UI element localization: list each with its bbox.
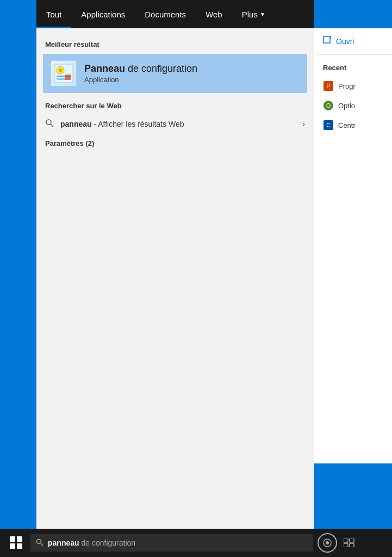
web-search-header: Rechercher sur le Web — [36, 97, 314, 113]
tab-documents[interactable]: Documents — [135, 0, 196, 28]
svg-rect-18 — [17, 543, 22, 549]
svg-point-6 — [46, 120, 51, 125]
recent-header: Recent — [314, 54, 392, 76]
tab-plus[interactable]: Plus ▼ — [232, 0, 275, 28]
control-panel-icon — [51, 60, 77, 86]
taskbar-search-text: panneau de configuration — [48, 539, 135, 547]
svg-point-22 — [326, 541, 329, 544]
web-search-query: panneau - Afficher les résultats Web — [60, 120, 302, 128]
svg-rect-15 — [10, 536, 15, 542]
svg-rect-23 — [344, 539, 348, 542]
search-icon — [45, 119, 54, 129]
chevron-right-icon: › — [302, 119, 305, 129]
task-view-button[interactable] — [339, 533, 359, 553]
recent-icon-1: P — [323, 81, 334, 91]
open-button[interactable]: Ouvri — [314, 28, 392, 54]
tab-web[interactable]: Web — [196, 0, 232, 28]
best-result-item[interactable]: Panneau de configuration Application — [43, 54, 307, 93]
svg-rect-26 — [350, 543, 354, 547]
svg-point-2 — [59, 69, 62, 72]
chevron-down-icon: ▼ — [260, 11, 265, 17]
best-result-text: Panneau de configuration Application — [84, 63, 197, 84]
tab-applications[interactable]: Applications — [71, 0, 135, 28]
svg-rect-24 — [350, 539, 354, 542]
open-label: Ouvri — [336, 37, 354, 46]
tab-plus-label: Plus — [242, 10, 258, 19]
open-icon — [323, 36, 332, 47]
svg-rect-4 — [57, 78, 66, 80]
svg-line-7 — [51, 124, 53, 127]
tab-tout[interactable]: Tout — [36, 0, 71, 28]
start-button[interactable] — [7, 533, 26, 553]
best-result-title-rest: de configuration — [125, 63, 197, 74]
control-panel-svg — [54, 64, 73, 83]
svg-rect-16 — [17, 536, 22, 542]
tab-tout-label: Tout — [46, 10, 61, 19]
best-result-title-bold: Panneau — [84, 63, 125, 74]
tab-applications-label: Applications — [81, 10, 125, 19]
web-search-query-rest: - Afficher les résultats Web — [92, 120, 184, 128]
svg-text:P: P — [326, 83, 330, 89]
task-view-icon — [344, 539, 354, 547]
recent-label-2: Optio — [338, 102, 355, 110]
web-search-query-bold: panneau — [60, 120, 92, 128]
best-result-title: Panneau de configuration — [84, 63, 197, 75]
best-result-header: Meilleur résultat — [36, 36, 314, 52]
cortana-button[interactable] — [318, 533, 337, 553]
svg-text:C: C — [326, 122, 330, 128]
best-result-subtitle: Application — [84, 76, 197, 84]
svg-rect-17 — [10, 543, 15, 549]
recent-item-3[interactable]: C Centr — [314, 115, 392, 135]
taskbar-search-box[interactable]: panneau de configuration — [30, 534, 313, 552]
svg-rect-5 — [65, 75, 71, 80]
recent-icon-3: C — [323, 120, 334, 131]
tab-bar: Tout Applications Documents Web Plus ▼ — [36, 0, 314, 28]
recent-icon-2: O — [323, 100, 334, 111]
search-panel: Tout Applications Documents Web Plus ▼ M… — [36, 0, 314, 557]
svg-rect-25 — [344, 543, 348, 547]
web-search-item[interactable]: panneau - Afficher les résultats Web › — [36, 113, 314, 135]
recent-item-2[interactable]: O Optio — [314, 96, 392, 115]
svg-rect-8 — [323, 36, 330, 43]
taskbar: panneau de configuration — [0, 529, 392, 557]
parameters-header: Paramètres (2) — [36, 135, 314, 151]
tab-web-label: Web — [206, 10, 222, 19]
right-panel: Ouvri Recent P Progr O Optio C Centr — [314, 28, 392, 463]
svg-line-20 — [41, 543, 43, 546]
svg-text:O: O — [326, 102, 331, 109]
recent-label-1: Progr — [338, 82, 356, 90]
svg-point-19 — [37, 539, 41, 543]
cortana-icon — [322, 538, 332, 548]
tab-documents-label: Documents — [145, 10, 186, 19]
taskbar-search-rest: de configuration — [79, 539, 136, 547]
taskbar-search-bold: panneau — [48, 539, 79, 547]
windows-icon — [10, 536, 23, 549]
results-area: Meilleur résultat Panneau — [36, 28, 314, 557]
recent-label-3: Centr — [338, 121, 356, 129]
taskbar-search-icon — [36, 539, 43, 548]
recent-item-1[interactable]: P Progr — [314, 76, 392, 96]
